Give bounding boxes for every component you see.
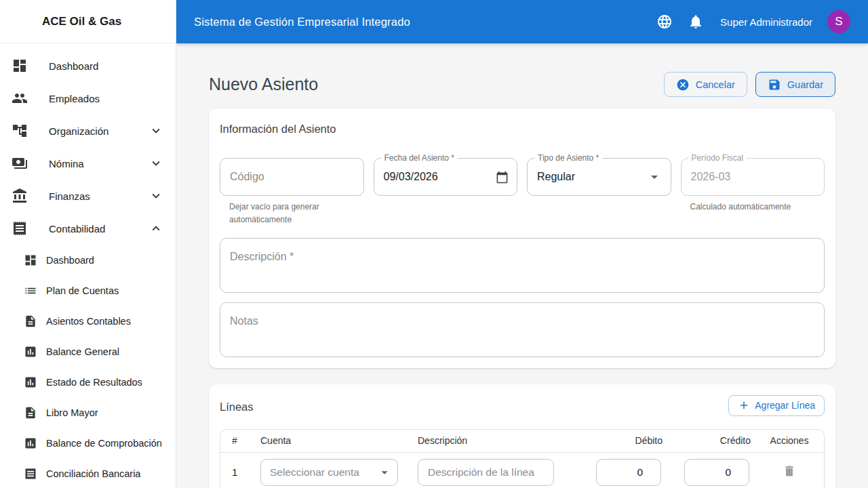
row-number: 1 xyxy=(220,466,252,478)
periodo-field-label: Período Fiscal xyxy=(688,153,747,163)
sidebar-item-dashboard[interactable]: Dashboard xyxy=(0,49,176,82)
chevron-down-icon xyxy=(149,156,163,171)
add-line-button[interactable]: Agregar Línea xyxy=(728,395,825,416)
tipo-field-label: Tipo de Asiento * xyxy=(534,153,602,163)
col-header-debito: Débito xyxy=(578,435,667,446)
fecha-field-label: Fecha del Asiento * xyxy=(381,153,458,163)
sidebar-subitem-libro-mayor[interactable]: Libro Mayor xyxy=(0,397,176,428)
sidebar: ACE Oil & Gas Dashboard Empleados Organi… xyxy=(0,0,176,488)
table-row: 1 Seleccionar cuenta xyxy=(220,453,824,488)
save-icon xyxy=(768,78,781,92)
bell-icon[interactable] xyxy=(688,14,704,30)
fecha-value: 09/03/2026 xyxy=(384,171,438,183)
org-tree-icon xyxy=(12,123,28,139)
page-title: Nuevo Asiento xyxy=(209,75,318,94)
lines-card-title: Líneas xyxy=(220,401,254,413)
tipo-field-group: Tipo de Asiento * Regular xyxy=(527,158,671,196)
delete-line-icon[interactable] xyxy=(783,464,796,478)
info-card: Información del Asiento Dejar vacío para… xyxy=(209,108,835,368)
sidebar-item-finanzas[interactable]: Finanzas xyxy=(0,180,176,212)
cancel-button[interactable]: Cancelar xyxy=(664,72,747,97)
col-header-cuenta: Cuenta xyxy=(252,435,406,446)
sidebar-item-nomina[interactable]: Nómina xyxy=(0,147,176,180)
app-title: Sistema de Gestión Empresarial Integrado xyxy=(194,16,410,28)
sidebar-subitem-dashboard[interactable]: Dashboard xyxy=(0,245,176,275)
fecha-field[interactable]: Fecha del Asiento * 09/03/2026 xyxy=(374,158,518,196)
dropdown-arrow-icon xyxy=(646,169,663,185)
bank-icon xyxy=(12,188,28,204)
descripcion-textarea[interactable] xyxy=(220,238,825,293)
sidebar-subitem-balance-general[interactable]: Balance General xyxy=(0,336,176,367)
sidebar-item-empleados[interactable]: Empleados xyxy=(0,82,176,115)
page-actions: Cancelar Guardar xyxy=(664,72,835,97)
periodo-value: 2026-03 xyxy=(691,171,731,183)
col-header-acciones: Acciones xyxy=(755,435,824,446)
people-icon xyxy=(12,90,28,106)
receipt-icon xyxy=(24,467,37,481)
col-header-credito: Crédito xyxy=(667,435,755,446)
cancel-circle-icon xyxy=(676,78,690,92)
sidebar-subitem-asientos-contables[interactable]: Asientos Contables xyxy=(0,306,176,336)
page-title-row: Nuevo Asiento Cancelar Guardar xyxy=(209,72,835,97)
chevron-up-icon xyxy=(149,221,163,236)
calendar-icon[interactable] xyxy=(496,171,509,184)
notas-textarea[interactable] xyxy=(220,302,825,357)
periodo-field-group: Período Fiscal 2026-03 Calculado automát… xyxy=(681,158,825,214)
lines-header: Líneas Agregar Línea xyxy=(220,395,825,416)
info-fields-row: Dejar vacío para generar automáticamente… xyxy=(220,158,825,226)
document-icon xyxy=(24,314,37,328)
info-card-title: Información del Asiento xyxy=(220,123,825,136)
bar-chart-icon xyxy=(24,375,37,389)
sidebar-nav: Dashboard Empleados Organización Nómina xyxy=(0,43,176,488)
col-header-descripcion: Descripción xyxy=(406,435,578,446)
app-header: Sistema de Gestión Empresarial Integrado… xyxy=(176,0,868,43)
cancel-button-label: Cancelar xyxy=(696,79,735,90)
cuenta-select-placeholder: Seleccionar cuenta xyxy=(270,466,359,479)
codigo-field-group: Dejar vacío para generar automáticamente xyxy=(220,158,364,226)
credito-input[interactable] xyxy=(684,459,749,486)
fecha-field-group: Fecha del Asiento * 09/03/2026 xyxy=(374,158,518,196)
avatar[interactable]: S xyxy=(827,10,850,33)
codigo-input[interactable] xyxy=(230,171,355,183)
line-descripcion-input[interactable] xyxy=(418,459,554,486)
periodo-field: Período Fiscal 2026-03 xyxy=(681,158,825,196)
bar-chart-icon xyxy=(24,345,37,359)
add-line-button-label: Agregar Línea xyxy=(755,400,815,411)
dashboard-icon xyxy=(12,58,28,74)
sidebar-item-contabilidad[interactable]: Contabilidad xyxy=(0,212,176,245)
tipo-select[interactable]: Tipo de Asiento * Regular xyxy=(527,158,671,196)
sidebar-subitem-balance-de-comprobacion[interactable]: Balance de Comprobación xyxy=(0,428,176,458)
bar-chart-icon xyxy=(24,436,37,450)
user-name[interactable]: Super Administrador xyxy=(720,16,812,28)
header-actions: Super Administrador S xyxy=(656,10,850,33)
dropdown-arrow-icon xyxy=(377,465,392,480)
debito-input[interactable] xyxy=(596,459,661,486)
lines-table: # Cuenta Descripción Débito Crédito Acci… xyxy=(220,429,825,488)
sidebar-item-organizacion[interactable]: Organización xyxy=(0,115,176,147)
document-icon xyxy=(24,406,37,420)
save-button-label: Guardar xyxy=(787,79,823,90)
brand-logo: ACE Oil & Gas xyxy=(0,0,176,43)
codigo-field xyxy=(220,158,364,196)
plus-icon xyxy=(738,399,750,411)
receipt-icon xyxy=(12,220,28,237)
tipo-value: Regular xyxy=(537,171,575,183)
chevron-down-icon xyxy=(149,188,163,203)
list-icon xyxy=(24,284,37,298)
chevron-down-icon xyxy=(149,123,163,138)
sidebar-subitem-plan-de-cuentas[interactable]: Plan de Cuentas xyxy=(0,275,176,306)
dashboard-icon xyxy=(24,253,37,267)
payments-icon xyxy=(12,155,28,171)
lines-card: Líneas Agregar Línea # Cuenta Descripció… xyxy=(209,384,835,488)
sidebar-subitem-conciliacion-bancaria[interactable]: Conciliación Bancaria xyxy=(0,458,176,488)
lines-table-header: # Cuenta Descripción Débito Crédito Acci… xyxy=(220,430,824,453)
periodo-helper-text: Calculado automáticamente xyxy=(690,201,825,214)
sidebar-subitem-estado-de-resultados[interactable]: Estado de Resultados xyxy=(0,367,176,397)
col-header-num: # xyxy=(220,435,252,446)
codigo-helper-text: Dejar vacío para generar automáticamente xyxy=(229,201,364,226)
save-button[interactable]: Guardar xyxy=(755,72,835,97)
globe-icon[interactable] xyxy=(656,14,673,30)
main-content: Nuevo Asiento Cancelar Guardar Informaci… xyxy=(176,43,868,488)
cuenta-select[interactable]: Seleccionar cuenta xyxy=(260,459,398,486)
